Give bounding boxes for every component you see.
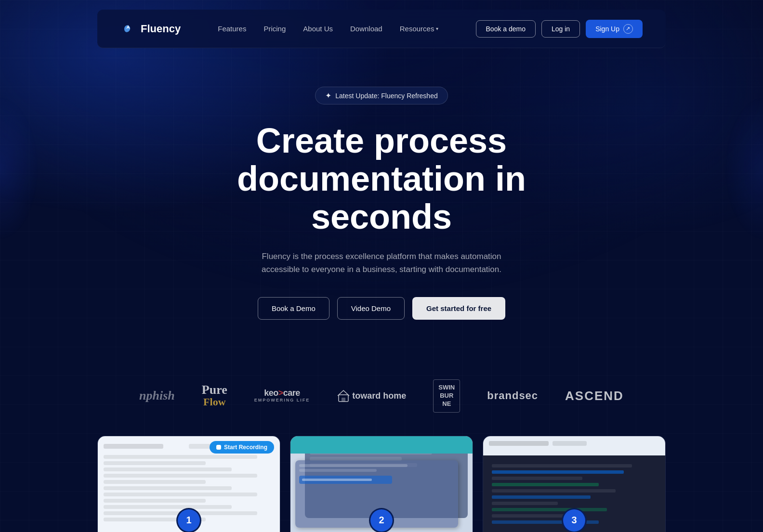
recording-badge: Start Recording bbox=[210, 441, 274, 454]
nav-about[interactable]: About Us bbox=[303, 25, 333, 33]
brand-name: Fluency bbox=[141, 23, 181, 35]
card-screen-2: 2 bbox=[290, 436, 473, 532]
nav-actions: Book a demo Log in Sign Up ↗ bbox=[476, 20, 643, 38]
hero-title: Create process documentation in seconds bbox=[184, 122, 579, 236]
home-icon bbox=[337, 389, 350, 402]
card-screen-3: 3 bbox=[483, 436, 665, 532]
logo-icon bbox=[120, 21, 136, 37]
signup-button[interactable]: Sign Up ↗ bbox=[586, 20, 643, 38]
feature-card-3: 3 bbox=[483, 436, 666, 532]
get-started-button[interactable]: Get started for free bbox=[412, 297, 505, 320]
logos-section: nphish Pure Flow keo>care EMPOWERING LIF… bbox=[0, 370, 763, 436]
logo-nphish: nphish bbox=[139, 389, 175, 403]
feature-card-1: Start Recording 1 bbox=[97, 436, 280, 532]
nav-resources[interactable]: Resources ▾ bbox=[400, 25, 439, 33]
navbar: Fluency Features Pricing About Us Downlo… bbox=[97, 10, 666, 48]
card-number-1: 1 bbox=[176, 508, 201, 532]
card-number-2: 2 bbox=[369, 508, 394, 532]
nav-links: Features Pricing About Us Download Resou… bbox=[218, 25, 438, 33]
card-number-3: 3 bbox=[562, 508, 587, 532]
record-icon bbox=[216, 445, 221, 450]
book-demo-button[interactable]: Book a demo bbox=[476, 20, 536, 38]
update-badge[interactable]: ✦ Latest Update: Fluency Refreshed bbox=[315, 87, 447, 104]
hero-buttons: Book a Demo Video Demo Get started for f… bbox=[12, 297, 751, 320]
video-demo-button[interactable]: Video Demo bbox=[337, 297, 405, 320]
nav-download[interactable]: Download bbox=[350, 25, 382, 33]
arrow-icon: ↗ bbox=[623, 24, 633, 34]
nav-pricing[interactable]: Pricing bbox=[263, 25, 286, 33]
hero-section: ✦ Latest Update: Fluency Refreshed Creat… bbox=[0, 58, 763, 370]
svg-rect-1 bbox=[342, 398, 345, 402]
book-demo-hero-button[interactable]: Book a Demo bbox=[258, 297, 329, 320]
logo-brandsec: brandsec bbox=[487, 389, 538, 402]
card-screen-1: Start Recording 1 bbox=[98, 436, 280, 532]
chevron-down-icon: ▾ bbox=[436, 26, 438, 31]
sparkle-icon: ✦ bbox=[325, 91, 331, 100]
nav-features[interactable]: Features bbox=[218, 25, 246, 33]
login-button[interactable]: Log in bbox=[541, 20, 580, 38]
logo-keocare: keo>care EMPOWERING LIFE bbox=[254, 389, 310, 403]
feature-cards: Start Recording 1 bbox=[0, 436, 763, 532]
hero-subtitle: Fluency is the process excellence platfo… bbox=[247, 250, 516, 276]
logo-link[interactable]: Fluency bbox=[120, 21, 181, 37]
logo-pureflow: Pure Flow bbox=[202, 384, 227, 408]
feature-card-2: 2 bbox=[290, 436, 473, 532]
logo-ascend: ASCEND bbox=[565, 389, 624, 403]
logo-swinburne: SWIN BUR NE bbox=[433, 379, 460, 413]
logo-towardhome: toward home bbox=[337, 389, 406, 402]
